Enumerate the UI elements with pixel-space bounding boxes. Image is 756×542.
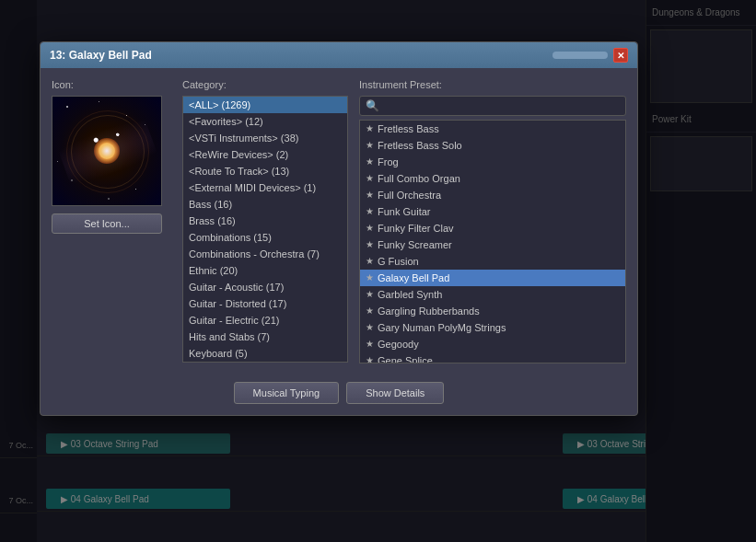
dialog-controls: ✕ [552,48,628,63]
star-icon: ★ [366,354,374,363]
category-item-combinations[interactable]: Combinations (15) [183,229,347,246]
category-item-keyboard[interactable]: Keyboard (5) [183,345,347,362]
preset-item-garbled-synth[interactable]: ★ Garbled Synth [360,286,625,303]
star-icon: ★ [366,338,374,351]
preset-item-full-orchestra[interactable]: ★ Full Orchestra [360,187,625,203]
close-button[interactable]: ✕ [613,48,628,63]
category-item-guitar-acoustic[interactable]: Guitar - Acoustic (17) [183,279,347,295]
category-item-brass[interactable]: Brass (16) [183,213,347,229]
preset-item-full-combo-organ[interactable]: ★ Full Combo Organ [360,170,625,187]
category-item-all[interactable]: <ALL> (1269) [183,97,347,113]
preset-item-funky-screamer[interactable]: ★ Funky Screamer [360,236,625,253]
category-item-keyboard-electric[interactable]: Keyboard - Electric (41) [183,362,347,363]
search-box: 🔍 [359,96,626,116]
title-slider[interactable] [552,52,608,59]
category-section: Category: <ALL> (1269) <Favorites> (12) … [182,79,348,363]
dialog-footer: Musical Typing Show Details [41,375,637,415]
preset-item-fretless-bass[interactable]: ★ Fretless Bass [360,121,625,137]
dialog-title: 13: Galaxy Bell Pad [50,49,152,62]
category-item-route[interactable]: <Route To Track> (13) [183,163,347,179]
icon-image [52,96,162,206]
preset-item-galaxy-bell-pad[interactable]: ★ Galaxy Bell Pad [360,270,625,286]
category-label: Category: [182,79,348,90]
category-item-guitar-distorted[interactable]: Guitar - Distorted (17) [183,295,347,312]
category-item-rewire[interactable]: <ReWire Devices> (2) [183,146,347,163]
icon-label: Icon: [52,79,171,90]
preset-item-gargling-rubberbands[interactable]: ★ Gargling Rubberbands [360,303,625,319]
star-icon: ★ [366,288,374,301]
preset-list[interactable]: ★ Fretless Bass ★ Fretless Bass Solo ★ F… [359,120,626,363]
preset-item-frog[interactable]: ★ Frog [360,154,625,170]
preset-item-gene-splice[interactable]: ★ Gene Splice [360,352,625,363]
icon-section: Icon: Set Icon... [52,79,171,363]
star-icon: ★ [366,271,374,284]
preset-item-fretless-bass-solo[interactable]: ★ Fretless Bass Solo [360,137,625,154]
category-list[interactable]: <ALL> (1269) <Favorites> (12) <VSTi Inst… [182,96,348,363]
show-details-button[interactable]: Show Details [346,382,444,404]
preset-item-gegoody[interactable]: ★ Gegoody [360,336,625,352]
preset-item-funk-guitar[interactable]: ★ Funk Guitar [360,203,625,220]
dialog-body: Icon: Set Icon... [41,68,637,375]
star-icon: ★ [366,189,374,202]
category-item-hits-stabs[interactable]: Hits and Stabs (7) [183,329,347,345]
star-icon: ★ [366,205,374,218]
star-icon: ★ [366,255,374,268]
preset-label: Instrument Preset: [359,79,626,90]
category-item-vsti[interactable]: <VSTi Instruments> (38) [183,130,347,146]
star-icon: ★ [366,321,374,334]
search-input[interactable] [383,100,620,111]
star-icon: ★ [366,156,374,168]
star-icon: ★ [366,172,374,185]
category-item-ethnic[interactable]: Ethnic (20) [183,262,347,279]
category-item-combinations-orchestra[interactable]: Combinations - Orchestra (7) [183,246,347,262]
category-item-guitar-electric[interactable]: Guitar - Electric (21) [183,312,347,329]
search-icon: 🔍 [366,99,379,112]
preset-section: Instrument Preset: 🔍 ★ Fretless Bass ★ F… [359,79,626,363]
set-icon-button[interactable]: Set Icon... [52,213,162,234]
dialog-titlebar: 13: Galaxy Bell Pad ✕ [41,42,637,68]
category-item-external[interactable]: <External MIDI Devices> (1) [183,179,347,196]
star-icon: ★ [366,305,374,317]
instrument-dialog: 13: Galaxy Bell Pad ✕ Icon: [40,41,638,416]
preset-item-gary-numan[interactable]: ★ Gary Numan PolyMg Strings [360,319,625,336]
star-icon: ★ [366,122,374,135]
category-item-bass[interactable]: Bass (16) [183,196,347,213]
star-icon: ★ [366,238,374,251]
preset-item-funky-filter-clav[interactable]: ★ Funky Filter Clav [360,220,625,236]
musical-typing-button[interactable]: Musical Typing [234,382,340,404]
star-icon: ★ [366,139,374,152]
preset-item-g-fusion[interactable]: ★ G Fusion [360,253,625,270]
star-icon: ★ [366,222,374,235]
category-item-favorites[interactable]: <Favorites> (12) [183,113,347,130]
